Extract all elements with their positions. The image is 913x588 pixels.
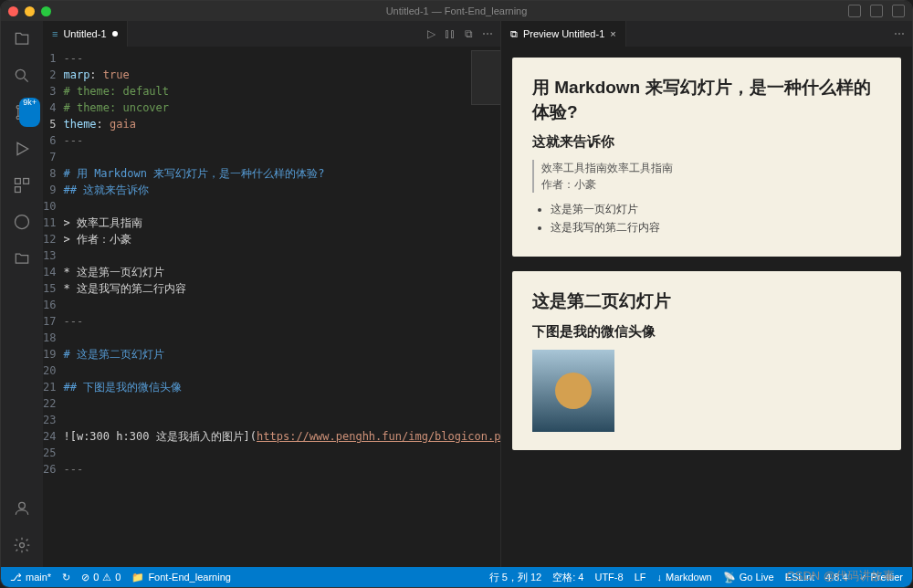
more-icon[interactable]: ⋯ (894, 27, 905, 40)
tab-label: Untitled-1 (63, 28, 106, 39)
settings-icon[interactable] (11, 534, 33, 556)
slide-subtitle: 这就来告诉你 (532, 133, 881, 151)
branch-icon: ⎇ (10, 572, 22, 583)
line-gutter: 1234567891011121314151617181920212223242… (43, 47, 63, 567)
preview-body[interactable]: 用 Markdown 来写幻灯片，是一种什么样的体验? 这就来告诉你 效率工具指… (501, 47, 912, 567)
svg-point-8 (19, 502, 26, 509)
explorer-icon[interactable] (11, 28, 33, 50)
encoding-indicator[interactable]: UTF-8 (594, 571, 623, 584)
titlebar-right (848, 5, 905, 17)
unsaved-dot-icon (112, 31, 118, 37)
preview-pane: ⧉ Preview Untitled-1 × ⋯ 用 Markdown 来写幻灯… (501, 21, 912, 567)
editor-area: ≡ Untitled-1 ▷ ⫿⫿ ⧉ ⋯ 123456789101112131… (43, 21, 912, 567)
code-content[interactable]: ---marp: true# theme: default# theme: un… (63, 47, 500, 567)
preview-icon: ⧉ (510, 28, 518, 40)
app-window: Untitled-1 — Font-End_learning 9k+ (0, 0, 913, 588)
slide-1: 用 Markdown 来写幻灯片，是一种什么样的体验? 这就来告诉你 效率工具指… (512, 58, 901, 257)
editor-tabs: ≡ Untitled-1 ▷ ⫿⫿ ⧉ ⋯ (43, 21, 500, 47)
minimap-thumb (471, 50, 500, 105)
slide-2: 这是第二页幻灯片 下图是我的微信头像 (512, 271, 901, 450)
svg-rect-6 (16, 187, 21, 193)
slide-subtitle: 下图是我的微信头像 (532, 323, 881, 341)
open-preview-icon[interactable]: ⧉ (465, 27, 473, 40)
quote-line: 效率工具指南 (541, 162, 607, 174)
preview-tabs: ⧉ Preview Untitled-1 × ⋯ (501, 21, 912, 47)
window-title: Untitled-1 — Font-End_learning (386, 5, 528, 16)
editor-pane: ≡ Untitled-1 ▷ ⫿⫿ ⧉ ⋯ 123456789101112131… (43, 21, 501, 567)
remote-icon[interactable] (11, 211, 33, 233)
folder-icon: 📁 (131, 572, 144, 583)
maximize-window-button[interactable] (41, 6, 51, 16)
activity-bar: 9k+ (1, 21, 43, 567)
markdown-file-icon: ≡ (52, 28, 58, 39)
list-item: 这是第一页幻灯片 (551, 202, 881, 217)
more-icon[interactable]: ⋯ (482, 27, 493, 40)
list-item: 这是我写的第二行内容 (551, 220, 881, 236)
layout-icon[interactable] (848, 5, 861, 17)
main-area: 9k+ (1, 21, 912, 567)
svg-point-7 (16, 215, 29, 229)
slide-title: 用 Markdown 来写幻灯片，是一种什么样的体验? (532, 76, 881, 124)
slide-list: 这是第一页幻灯片 这是我写的第二行内容 (532, 202, 881, 236)
panel-icon[interactable] (870, 5, 883, 17)
minimize-window-button[interactable] (25, 6, 35, 16)
svg-point-9 (20, 543, 25, 548)
svg-point-0 (16, 69, 25, 79)
titlebar: Untitled-1 — Font-End_learning (1, 1, 912, 21)
slide-quote: 效率工具指南效率工具指南 作者：小豪 (532, 160, 881, 193)
close-window-button[interactable] (8, 6, 18, 16)
branch-indicator[interactable]: ⎇ main* (10, 572, 51, 583)
close-icon[interactable]: × (610, 28, 615, 39)
error-icon: ⊘ (81, 572, 89, 583)
slide-title: 这是第二页幻灯片 (532, 289, 881, 314)
svg-rect-4 (16, 179, 21, 184)
eol-indicator[interactable]: LF (635, 571, 646, 584)
svg-rect-5 (24, 179, 29, 184)
scm-badge: 9k+ (19, 98, 40, 127)
indent-indicator[interactable]: 空格: 4 (552, 571, 583, 584)
status-bar: ⎇ main* ↻ ⊘0 ⚠0 📁 Font-End_learning 行 5，… (1, 567, 912, 587)
folder-icon[interactable] (11, 247, 33, 269)
watermark: CSDN @代码讲故事 (786, 568, 895, 584)
problems-indicator[interactable]: ⊘0 ⚠0 (81, 572, 121, 583)
slide-image (532, 350, 614, 432)
search-icon[interactable] (11, 65, 33, 87)
cursor-position[interactable]: 行 5，列 12 (489, 571, 541, 584)
warning-icon: ⚠ (102, 572, 111, 583)
preview-tab-label: Preview Untitled-1 (523, 28, 604, 39)
golive-button[interactable]: 📡 Go Live (723, 571, 774, 584)
extensions-icon[interactable] (11, 174, 33, 196)
sidebar-icon[interactable] (892, 5, 905, 17)
run-icon[interactable]: ▷ (427, 27, 436, 40)
language-indicator[interactable]: ↓ Markdown (656, 571, 711, 584)
quote-line: 作者：小豪 (541, 178, 596, 191)
folder-indicator[interactable]: 📁 Font-End_learning (131, 572, 231, 583)
account-icon[interactable] (11, 498, 33, 520)
editor-tab-actions: ▷ ⫿⫿ ⧉ ⋯ (427, 27, 500, 40)
tab-untitled[interactable]: ≡ Untitled-1 (43, 21, 128, 47)
code-area[interactable]: 1234567891011121314151617181920212223242… (43, 47, 500, 567)
sync-button[interactable]: ↻ (62, 572, 70, 583)
traffic-lights (8, 6, 51, 16)
tab-preview[interactable]: ⧉ Preview Untitled-1 × (501, 21, 626, 47)
source-control-icon[interactable]: 9k+ (11, 101, 33, 123)
debug-icon[interactable] (11, 138, 33, 160)
split-icon[interactable]: ⫿⫿ (445, 27, 456, 40)
